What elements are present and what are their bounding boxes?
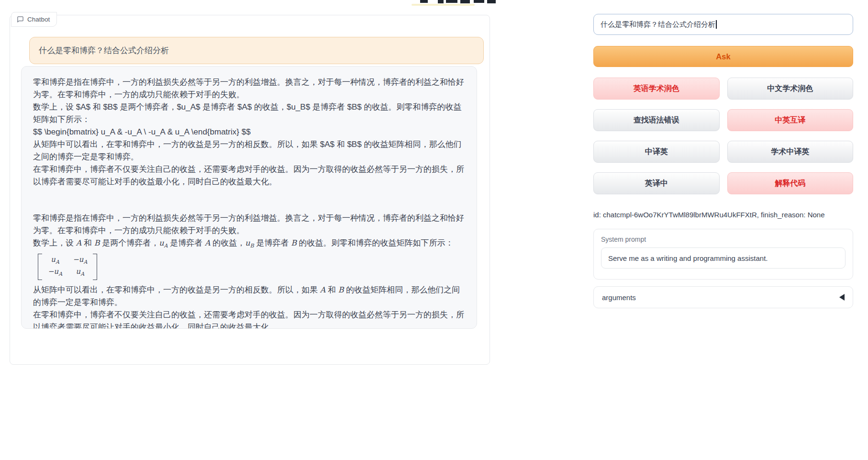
matrix-cell: −uA — [48, 267, 62, 279]
button-zh-to-en[interactable]: 中译英 — [593, 141, 720, 163]
accordion-collapsed-arrow-icon — [839, 294, 845, 301]
matrix-cell: uA — [76, 267, 84, 279]
bot-raw-paragraph: 零和博弈是指在博弈中，一方的利益损失必然等于另一方的利益增益。换言之，对于每一种… — [33, 76, 465, 101]
system-prompt-value: Serve me as a writing and programming as… — [608, 254, 768, 262]
bot-raw-formula: $$ \begin{bmatrix} u_A & -u_A \ -u_A & u… — [33, 126, 465, 138]
button-academic-zh-to-en[interactable]: 学术中译英 — [727, 141, 854, 163]
text-cursor — [716, 20, 717, 29]
matrix-cell: uA — [51, 255, 59, 267]
arguments-accordion-label: arguments — [602, 293, 636, 302]
question-input[interactable]: 什么是零和博弈？结合公式介绍分析 — [593, 14, 853, 35]
title-fragment — [474, 0, 484, 3]
user-message-bubble: 什么是零和博弈？结合公式介绍分析 — [29, 37, 484, 64]
bot-message-bubble: 零和博弈是指在博弈中，一方的利益损失必然等于另一方的利益增益。换言之，对于每一种… — [21, 66, 477, 329]
title-fragment — [446, 0, 457, 3]
title-fragment — [460, 0, 470, 3]
title-fragment — [420, 0, 428, 3]
arguments-accordion[interactable]: arguments — [593, 286, 853, 308]
bot-raw-block: 零和博弈是指在博弈中，一方的利益损失必然等于另一方的利益增益。换言之，对于每一种… — [33, 76, 465, 188]
math-var: A — [76, 238, 82, 247]
bot-rendered-paragraph: 在零和博弈中，博弈者不仅要关注自己的收益，还需要考虑对手的收益。因为一方取得的收… — [33, 309, 465, 329]
message-gap — [33, 188, 465, 212]
system-prompt-card: System prompt Serve me as a writing and … — [593, 229, 853, 280]
title-underline — [412, 4, 475, 6]
math-var: A — [205, 238, 211, 247]
bot-raw-paragraph: 数学上，设 $A$ 和 $B$ 是两个博弈者，$u_A$ 是博弈者 $A$ 的收… — [33, 101, 465, 126]
chat-bubble-icon — [17, 16, 24, 23]
bot-raw-paragraph: 从矩阵中可以看出，在零和博弈中，一方的收益是另一方的相反数。所以，如果 $A$ … — [33, 138, 465, 163]
user-message-text: 什么是零和博弈？结合公式介绍分析 — [39, 45, 169, 56]
bot-rendered-paragraph-math: 数学上，设 A 和 B 是两个博弈者，uA 是博弈者 A 的收益，uB 是博弈者… — [33, 237, 465, 252]
button-zh-en-mutual-translate[interactable]: 中英互译 — [727, 109, 854, 131]
ask-button[interactable]: Ask — [593, 46, 853, 67]
chatbot-label-chip: Chatbot — [11, 12, 57, 27]
system-prompt-label: System prompt — [601, 236, 846, 243]
bot-rendered-paragraph-math: 从矩阵中可以看出，在零和博弈中，一方的收益是另一方的相反数。所以，如果 A 和 … — [33, 284, 465, 309]
math-var: u — [159, 238, 164, 247]
question-input-value: 什么是零和博弈？结合公式介绍分析 — [601, 20, 715, 29]
chatbot-panel: Chatbot 什么是零和博弈？结合公式介绍分析 零和博弈是指在博弈中，一方的利… — [10, 15, 490, 365]
title-fragment — [487, 0, 496, 3]
button-english-academic-polish[interactable]: 英语学术润色 — [593, 78, 720, 100]
chatbot-label: Chatbot — [27, 16, 50, 23]
math-subscript: A — [164, 243, 168, 249]
clipped-page-title — [412, 0, 517, 6]
matrix-left-bracket — [38, 254, 42, 280]
matrix-right-bracket — [93, 254, 97, 280]
math-var: u — [245, 238, 250, 247]
math-var: B — [291, 238, 297, 247]
response-status-line: id: chatcmpl-6wOo7KrYTwMl89lbrMWRu4UkFFX… — [593, 211, 853, 219]
bot-raw-paragraph: 在零和博弈中，博弈者不仅要关注自己的收益，还需要考虑对手的收益。因为一方取得的收… — [33, 163, 465, 188]
payoff-matrix: uA −uA −uA uA — [38, 254, 97, 280]
matrix-cell: −uA — [73, 255, 87, 267]
button-explain-code[interactable]: 解释代码 — [727, 172, 854, 194]
button-chinese-academic-polish[interactable]: 中文学术润色 — [727, 78, 854, 100]
math-var: B — [94, 238, 100, 247]
system-prompt-input[interactable]: Serve me as a writing and programming as… — [601, 247, 846, 269]
bot-rendered-block: 零和博弈是指在博弈中，一方的利益损失必然等于另一方的利益增益。换言之，对于每一种… — [33, 212, 465, 329]
math-subscript: B — [250, 243, 254, 249]
bot-rendered-paragraph: 零和博弈是指在博弈中，一方的利益损失必然等于另一方的利益增益。换言之，对于每一种… — [33, 212, 465, 237]
title-fragment — [438, 0, 444, 3]
math-var: B — [338, 285, 344, 294]
math-var: A — [320, 285, 326, 294]
button-en-to-zh[interactable]: 英译中 — [593, 172, 720, 194]
button-find-grammar-errors[interactable]: 查找语法错误 — [593, 109, 720, 131]
quick-actions-grid: 英语学术润色 中文学术润色 查找语法错误 中英互译 中译英 学术中译英 英译中 … — [593, 78, 853, 194]
